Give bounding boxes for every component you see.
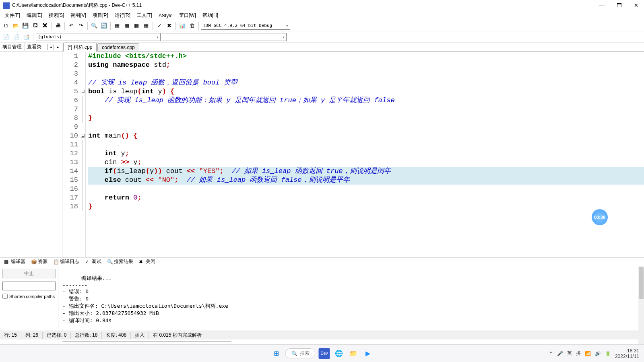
minimize-button[interactable]: — xyxy=(597,2,607,9)
redo-icon[interactable]: ↷ xyxy=(76,21,85,30)
start-button[interactable]: ⊞ xyxy=(271,348,282,359)
sidebar-prev-icon[interactable]: ◂ xyxy=(47,44,54,50)
tray-ime1[interactable]: 英 xyxy=(567,350,572,357)
shorten-paths-checkbox[interactable]: Shorten compiler paths xyxy=(2,294,56,299)
print-icon[interactable]: 🖶 xyxy=(54,21,62,30)
stop-icon[interactable]: ✖ xyxy=(165,21,173,30)
menu-搜索[S][interactable]: 搜索[S] xyxy=(45,11,68,20)
taskbar-chrome-icon[interactable]: 🌐 xyxy=(333,348,345,359)
shorten-paths-check[interactable] xyxy=(2,294,8,299)
line-gutter: 123456789101112131415161718 xyxy=(62,51,80,257)
tray-volume-icon[interactable]: 🔊 xyxy=(595,351,601,356)
sidebar: 项目管理 查看类 ◂ ▸ xyxy=(0,43,62,257)
menu-运行[R][interactable]: 运行[R] xyxy=(111,11,134,20)
goto-icon[interactable]: 📄 xyxy=(12,33,21,41)
undo-icon[interactable]: ↶ xyxy=(67,21,76,30)
app-icon xyxy=(3,2,10,9)
sidebar-tab-project[interactable]: 项目管理 xyxy=(0,43,25,51)
menu-文件[F][interactable]: 文件[F] xyxy=(2,11,23,20)
globals-select[interactable]: (globals) xyxy=(36,33,161,41)
bookmark-icon[interactable]: 📑 xyxy=(22,33,31,41)
file-tab[interactable]: [*] 柯桥.cpp xyxy=(63,43,97,51)
maximize-button[interactable]: 🗖 xyxy=(614,2,624,9)
menu-帮助[H][interactable]: 帮助[H] xyxy=(199,11,221,20)
sidebar-tab-classes[interactable]: 查看类 xyxy=(25,43,44,51)
bottom-tab-2[interactable]: 📋编译日志 xyxy=(51,257,82,266)
compiler-select[interactable]: TDM-GCC 4.9.2 64-bit Debug xyxy=(201,22,290,30)
timer-badge[interactable]: 00:38 xyxy=(592,209,608,225)
tray-wifi-icon[interactable]: 📶 xyxy=(585,351,591,356)
clean-icon[interactable]: 🗑 xyxy=(188,21,196,30)
rebuild-icon[interactable]: ▦ xyxy=(142,21,151,30)
save-icon[interactable]: 💾 xyxy=(21,21,30,30)
taskbar-devcpp-icon[interactable]: Dev xyxy=(319,348,330,359)
bottom-panel: ▦编译器📦资源📋编译日志✓调试🔍搜索结果✖关闭 中止 Shorten compi… xyxy=(0,257,644,331)
taskbar-explorer-icon[interactable]: 📁 xyxy=(348,348,359,359)
menu-项目[P][interactable]: 项目[P] xyxy=(89,11,111,20)
tray-mic-icon[interactable]: 🎤 xyxy=(557,351,563,356)
menubar: 文件[F]编辑[E]搜索[S]视图[V]项目[P]运行[R]工具[T]AStyl… xyxy=(0,11,644,20)
path-input[interactable] xyxy=(2,282,56,290)
bottom-tab-5[interactable]: ✖关闭 xyxy=(136,257,158,266)
tray-chevron-icon[interactable]: ⌃ xyxy=(549,351,553,356)
run-icon[interactable]: ▦ xyxy=(122,21,131,30)
symbol-select[interactable] xyxy=(162,33,287,41)
stop-compile-button[interactable]: 中止 xyxy=(2,269,56,278)
open-icon[interactable]: 📂 xyxy=(11,21,20,30)
code-editor[interactable]: 123456789101112131415161718 #include <bi… xyxy=(62,51,644,257)
find-icon[interactable]: 🔍 xyxy=(90,21,99,30)
bottom-tab-3[interactable]: ✓调试 xyxy=(83,257,104,266)
search-icon: 🔍 xyxy=(291,351,297,356)
window-title: C:\Users\iamcclocation\Documents\柯桥.cpp … xyxy=(12,2,597,9)
bottom-tabs: ▦编译器📦资源📋编译日志✓调试🔍搜索结果✖关闭 xyxy=(0,257,644,266)
bottom-tab-1[interactable]: 📦资源 xyxy=(29,257,50,266)
menu-视图[V][interactable]: 视图[V] xyxy=(67,11,89,20)
menu-编辑[E][interactable]: 编辑[E] xyxy=(23,11,45,20)
status-col: 列: 26 xyxy=(21,332,43,339)
sidebar-next-icon[interactable]: ▸ xyxy=(55,44,61,50)
compile-icon[interactable]: ▦ xyxy=(113,21,122,30)
code-lines[interactable]: #include <bits/stdc++.h>using namespace … xyxy=(86,51,644,257)
toolbar-main: 🗋 📂 💾 🖫 🗙 🖶 ↶ ↷ 🔍 🔄 ▦ ▦ ▦ ▦ ✓ ✖ 📊 🗑 TDM-… xyxy=(0,20,644,31)
close-button[interactable]: ✕ xyxy=(632,2,641,9)
taskbar-app-icon[interactable]: ▶ xyxy=(362,348,374,359)
tray-battery-icon[interactable]: 🔋 xyxy=(605,351,611,356)
replace-icon[interactable]: 🔄 xyxy=(99,21,108,30)
profile-icon[interactable]: 📊 xyxy=(178,21,187,30)
titlebar: C:\Users\iamcclocation\Documents\柯桥.cpp … xyxy=(0,0,644,11)
status-row: 行: 15 xyxy=(0,332,21,339)
save-all-icon[interactable]: 🖫 xyxy=(31,21,39,30)
file-tabs: [*] 柯桥.cppcodeforces.cpp xyxy=(62,43,644,51)
new-class-icon[interactable]: 📄 xyxy=(2,33,10,41)
compile-run-icon[interactable]: ▦ xyxy=(132,21,141,30)
taskbar: ⊞ 🔍 搜索 Dev 🌐 📁 ▶ ⌃ 🎤 英 拼 📶 🔊 🔋 18:31 202… xyxy=(0,344,644,362)
menu-工具[T][interactable]: 工具[T] xyxy=(134,11,155,20)
debug-icon[interactable]: ✓ xyxy=(155,21,164,30)
menu-AStyle[interactable]: AStyle xyxy=(155,12,176,19)
file-tab[interactable]: codeforces.cpp xyxy=(97,43,139,51)
fold-column xyxy=(80,51,86,257)
tray-clock[interactable]: 18:31 2022/11/11 xyxy=(615,348,639,359)
new-file-icon[interactable]: 🗋 xyxy=(2,21,10,30)
close-file-icon[interactable]: 🗙 xyxy=(40,21,49,30)
menu-窗口[W][interactable]: 窗口[W] xyxy=(176,11,199,20)
taskbar-search[interactable]: 🔍 搜索 xyxy=(285,348,316,358)
bottom-tab-0[interactable]: ▦编译器 xyxy=(2,257,28,266)
sidebar-body xyxy=(0,51,62,257)
toolbar-nav: 📄 📄 📑 (globals) xyxy=(0,31,644,43)
tray-ime2[interactable]: 拼 xyxy=(576,350,581,357)
bottom-tab-4[interactable]: 🔍搜索结果 xyxy=(105,257,136,266)
